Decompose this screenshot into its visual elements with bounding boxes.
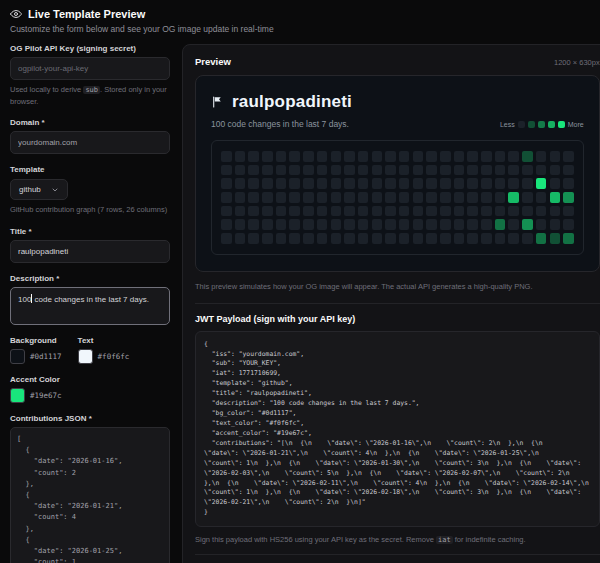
text-swatch[interactable] xyxy=(78,349,93,364)
contribution-cell xyxy=(303,206,314,217)
contribution-cell xyxy=(303,219,314,230)
contribution-cell xyxy=(467,178,478,189)
contribution-cell xyxy=(399,151,410,162)
contribution-cell xyxy=(289,178,300,189)
contribution-cell xyxy=(317,165,328,176)
contribution-cell xyxy=(372,219,383,230)
api-key-input[interactable] xyxy=(10,57,170,80)
contribution-cell xyxy=(317,219,328,230)
contribution-cell xyxy=(289,219,300,230)
contribution-cell xyxy=(536,219,547,230)
contribution-cell xyxy=(467,233,478,244)
preview-heading: Preview xyxy=(195,56,231,67)
title-input[interactable] xyxy=(10,240,170,263)
contributions-json-textarea[interactable]: [ { "date": "2026-01-16", "count": 2 }, … xyxy=(10,427,170,563)
contribution-cell xyxy=(495,233,506,244)
template-select-value: github xyxy=(19,185,41,194)
contribution-cell xyxy=(358,165,369,176)
contribution-cell xyxy=(276,151,287,162)
accent-swatch[interactable] xyxy=(10,388,25,403)
contribution-cell xyxy=(358,192,369,203)
contribution-cell xyxy=(221,165,232,176)
domain-input[interactable] xyxy=(10,131,170,154)
contribution-cell xyxy=(550,178,561,189)
legend-swatch xyxy=(548,121,555,128)
contribution-cell xyxy=(317,206,328,217)
contribution-cell xyxy=(262,233,273,244)
contribution-cell xyxy=(276,219,287,230)
preview-panel: Preview 1200 × 630px raulpopadineti 100 … xyxy=(182,44,600,563)
contribution-cell xyxy=(495,192,506,203)
contribution-cell xyxy=(372,206,383,217)
background-hex: #0d1117 xyxy=(30,352,62,361)
contribution-cell xyxy=(481,192,492,203)
contribution-cell xyxy=(563,206,574,217)
contribution-cell xyxy=(522,178,533,189)
contribution-cell xyxy=(262,178,273,189)
contribution-cell xyxy=(522,165,533,176)
contribution-cell xyxy=(440,151,451,162)
contribution-cell xyxy=(563,233,574,244)
contribution-cell xyxy=(372,192,383,203)
legend-swatch xyxy=(518,121,525,128)
contribution-cell xyxy=(372,233,383,244)
contribution-cell xyxy=(372,151,383,162)
contribution-cell xyxy=(508,178,519,189)
contribution-cell xyxy=(331,206,342,217)
contribution-cell xyxy=(331,178,342,189)
contribution-cell xyxy=(522,192,533,203)
contribution-cell xyxy=(276,206,287,217)
contribution-cell xyxy=(454,192,465,203)
contribution-cell xyxy=(331,165,342,176)
accent-hex: #19e67c xyxy=(30,391,62,400)
contribution-cell xyxy=(467,192,478,203)
contribution-cell xyxy=(508,151,519,162)
contribution-cell xyxy=(248,219,259,230)
contribution-cell xyxy=(385,206,396,217)
contribution-cell xyxy=(440,233,451,244)
contribution-cell xyxy=(508,233,519,244)
contribution-cell xyxy=(467,206,478,217)
contribution-cell xyxy=(495,165,506,176)
chevron-down-icon xyxy=(51,186,59,194)
contribution-cell xyxy=(454,233,465,244)
contribution-cell xyxy=(317,151,328,162)
legend-swatch xyxy=(538,121,545,128)
description-label: Description * xyxy=(10,274,170,283)
contribution-cell xyxy=(399,192,410,203)
contribution-cell xyxy=(262,151,273,162)
contribution-cell xyxy=(413,192,424,203)
contribution-cell xyxy=(563,165,574,176)
contribution-cell xyxy=(248,192,259,203)
contribution-cell xyxy=(508,165,519,176)
contribution-cell xyxy=(358,151,369,162)
contribution-cell xyxy=(331,233,342,244)
text-hex: #f0f6fc xyxy=(98,352,130,361)
contribution-cell xyxy=(331,192,342,203)
contribution-cell xyxy=(426,233,437,244)
page-subtitle: Customize the form below and see your OG… xyxy=(10,24,592,34)
contribution-cell xyxy=(550,192,561,203)
contribution-cell xyxy=(358,219,369,230)
background-swatch[interactable] xyxy=(10,349,25,364)
contribution-cell xyxy=(385,178,396,189)
og-preview-card: raulpopadineti 100 code changes in the l… xyxy=(195,75,600,272)
contribution-cell xyxy=(344,206,355,217)
sub-inline-code: sub xyxy=(83,86,100,94)
contribution-cell xyxy=(303,151,314,162)
description-textarea[interactable]: 100 code changes in the last 7 days. xyxy=(10,287,170,325)
template-select[interactable]: github xyxy=(10,179,68,200)
contribution-cell xyxy=(331,151,342,162)
jwt-note: Sign this payload with HS256 using your … xyxy=(195,535,600,544)
contribution-cell xyxy=(358,178,369,189)
contribution-cell xyxy=(550,206,561,217)
contribution-cell xyxy=(289,151,300,162)
contribution-cell xyxy=(481,178,492,189)
contribution-cell xyxy=(248,178,259,189)
contribution-cell xyxy=(550,219,561,230)
contribution-cell xyxy=(221,192,232,203)
contribution-cell xyxy=(454,206,465,217)
text-color-label: Text xyxy=(78,336,130,345)
contribution-cell xyxy=(426,151,437,162)
contribution-cell xyxy=(248,206,259,217)
